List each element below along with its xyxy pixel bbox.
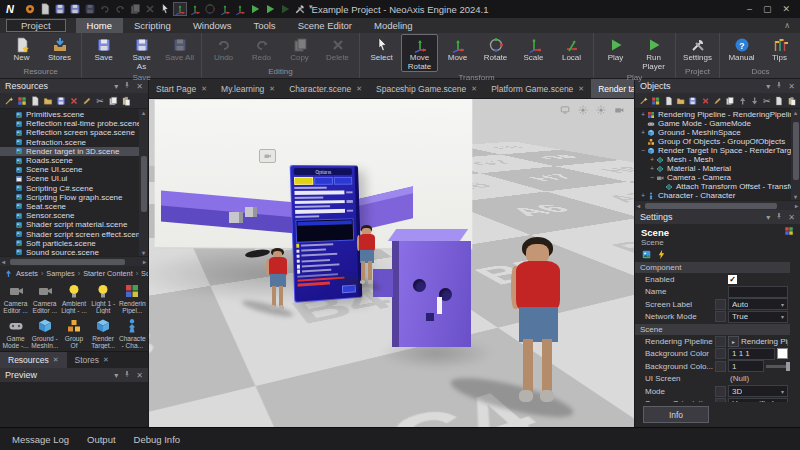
new-button[interactable]: New	[3, 34, 40, 66]
axes-icon[interactable]	[189, 3, 201, 15]
rotate-button[interactable]: Rotate	[477, 34, 514, 72]
copy-icon[interactable]	[108, 96, 118, 106]
select-button[interactable]: Select	[363, 34, 400, 72]
close-icon[interactable]: ✕	[103, 356, 109, 364]
rename-icon[interactable]	[713, 96, 722, 106]
gray-box-object[interactable]	[245, 207, 257, 217]
doc-icon[interactable]	[39, 3, 51, 15]
menu-tab-scene-editor[interactable]: Scene Editor	[287, 18, 363, 33]
text-input[interactable]	[728, 286, 788, 298]
expander-icon[interactable]: +	[639, 192, 647, 199]
character-figure-large[interactable]	[498, 239, 582, 405]
wand-icon[interactable]	[639, 96, 648, 106]
copy-icon[interactable]	[129, 3, 141, 15]
asset-thumbnail-render-target[interactable]: Render Target...	[89, 318, 118, 349]
camera-billboard-gizmo[interactable]	[259, 149, 276, 163]
play-icon[interactable]	[264, 3, 276, 15]
palette-icon[interactable]	[651, 96, 660, 106]
tree-item-roads-scene[interactable]: Roads.scene	[0, 156, 148, 165]
doc-icon[interactable]	[30, 96, 40, 106]
axes-icon[interactable]	[234, 3, 246, 15]
redo-icon[interactable]	[114, 3, 126, 15]
tree-item-reflection-real-time-probe-scene[interactable]: Reflection real-time probe.scene	[0, 119, 148, 128]
cam-icon[interactable]	[614, 105, 624, 115]
doc-icon[interactable]	[774, 96, 783, 106]
save-as-button[interactable]: Save As	[123, 34, 160, 72]
monitor-icon[interactable]	[560, 105, 570, 115]
tree-item-render-target-in-3d-scene[interactable]: Render target in 3D.scene	[0, 147, 148, 156]
object-item-group-of-objects-groupofobjects[interactable]: Group Of Objects - GroupOfObjects	[635, 137, 800, 146]
tree-item-scene-ui-scene[interactable]: Scene UI.scene	[0, 165, 148, 174]
menu-tab-project[interactable]: Project	[6, 19, 66, 32]
asset-thumbnail-game-mode[interactable]: Game Mode -...	[1, 318, 30, 349]
expander-icon[interactable]: −	[648, 174, 656, 181]
scene-viewport[interactable]: F1F2F3F4F5F6F7F8G1G2G3G4G5G6G7G8H1H2H3H4…	[149, 99, 634, 428]
chevron-down-icon[interactable]: ▾	[309, 3, 321, 15]
close-icon[interactable]: ✕	[788, 213, 795, 222]
horizontal-scrollbar[interactable]: ◂▸	[635, 200, 800, 210]
pin-icon[interactable]	[123, 370, 131, 378]
tree-item-sound-source-scene[interactable]: Sound source.scene	[0, 248, 148, 256]
tree-item-primitives-scene[interactable]: Primitives.scene	[0, 110, 148, 119]
tree-item-scripting-flow-graph-scene[interactable]: Scripting Flow graph.scene	[0, 193, 148, 202]
dropdown[interactable]: Unspecified▾	[728, 398, 788, 402]
tree-item-soft-particles-scene[interactable]: Soft particles.scene	[0, 239, 148, 248]
breadcrumb-item-scenes[interactable]: Scenes	[141, 269, 148, 278]
asset-thumbnail-camera-editor[interactable]: Camera Editor ...	[30, 283, 59, 314]
panel-tab-stores[interactable]: Stores✕	[67, 352, 117, 368]
wand-icon[interactable]	[4, 96, 14, 106]
asset-thumbnail-ground-meshin[interactable]: Ground - MeshIn...	[30, 318, 59, 349]
breadcrumb-item-samples[interactable]: Samples	[46, 269, 74, 278]
settings-button[interactable]: Settings	[679, 34, 716, 66]
move-button[interactable]: Move	[439, 34, 476, 72]
sun-icon[interactable]	[596, 105, 606, 115]
scale-button[interactable]: Scale	[515, 34, 552, 72]
collapse-ribbon-icon[interactable]: ∧	[784, 21, 790, 30]
cross-icon[interactable]	[144, 3, 156, 15]
tips-button[interactable]: Tips	[761, 34, 798, 66]
expander-icon[interactable]: +	[648, 156, 656, 163]
paste-icon[interactable]	[121, 96, 131, 106]
menu-tab-modeling[interactable]: Modeling	[363, 18, 424, 33]
asset-thumbnail-camera-editor[interactable]: Camera Editor ...	[1, 283, 30, 314]
local-button[interactable]: Local	[553, 34, 590, 72]
expander-icon[interactable]: +	[648, 165, 656, 172]
object-item-attach-transform-offset-transformoffs[interactable]: Attach Transform Offset - TransformOffs	[635, 182, 800, 191]
close-icon[interactable]: ✕	[201, 85, 207, 93]
tools-icon[interactable]	[294, 3, 306, 15]
chevron-down-icon[interactable]: ▾	[766, 82, 770, 91]
rename-icon[interactable]	[82, 96, 92, 106]
gray-box-object[interactable]	[229, 212, 243, 223]
vertical-scrollbar[interactable]: ▴▾	[791, 109, 800, 200]
gear-orange-icon[interactable]	[24, 3, 36, 15]
horizontal-scrollbar[interactable]: ◂▸	[0, 256, 148, 266]
dropdown[interactable]: 3D▾	[728, 385, 788, 397]
pin-icon[interactable]	[775, 212, 783, 220]
breadcrumb-item-assets[interactable]: Assets	[16, 269, 38, 278]
expand-button[interactable]: ▸	[728, 336, 739, 347]
asset-thumbnail-rendering-pipel[interactable]: Rendering Pipel...	[118, 283, 147, 314]
menu-tab-home[interactable]: Home	[76, 18, 123, 33]
maximize-button[interactable]: ▢	[763, 4, 772, 14]
close-icon[interactable]: ✕	[578, 85, 584, 93]
status-debug-info[interactable]: Debug Info	[134, 434, 180, 445]
object-item-ground-meshinspace[interactable]: +Ground - MeshInSpace	[635, 128, 800, 137]
floppy-icon[interactable]	[54, 3, 66, 15]
scene-icon[interactable]	[641, 249, 652, 260]
undo-icon[interactable]	[99, 3, 111, 15]
folder-icon[interactable]	[43, 96, 53, 106]
asset-thumbnail-ambient-light[interactable]: Ambient Light - ...	[59, 283, 88, 314]
close-icon[interactable]: ✕	[788, 82, 795, 91]
move-rotate-button[interactable]: Move Rotate	[401, 34, 438, 72]
vertical-scrollbar[interactable]: ▴▾	[139, 109, 148, 256]
purple-panel-object[interactable]	[392, 241, 471, 347]
slider[interactable]	[766, 365, 790, 368]
object-item-rendering-pipeline-renderingpipeline-basic[interactable]: +Rendering Pipeline - RenderingPipeline_…	[635, 110, 800, 119]
arrup-icon[interactable]	[738, 96, 747, 106]
object-item-character-character[interactable]: +Character - Character	[635, 191, 800, 200]
tree-item-reflection-screen-space-scene[interactable]: Reflection screen space.scene	[0, 128, 148, 137]
minimize-button[interactable]: –	[747, 4, 752, 14]
tree-item-sensor-scene[interactable]: Sensor.scene	[0, 211, 148, 220]
close-button[interactable]: ✕	[782, 4, 790, 14]
arrdown-icon[interactable]	[750, 96, 759, 106]
